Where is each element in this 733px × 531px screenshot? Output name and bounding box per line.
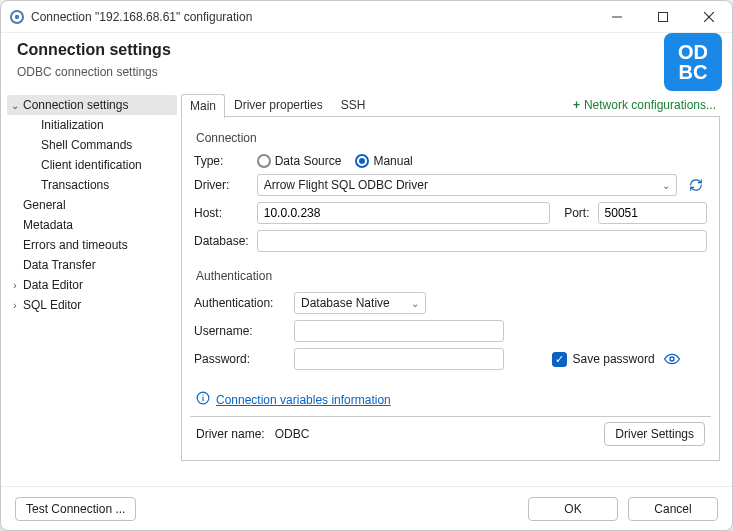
main-panel: Main Driver properties SSH + Network con… (177, 91, 728, 486)
driver-name-value: ODBC (275, 427, 310, 441)
dialog-body: ⌄ Connection settings Initialization She… (1, 91, 732, 486)
nav-item-label: Data Transfer (23, 258, 96, 272)
driver-name-row: Driver name: ODBC Driver Settings (190, 416, 711, 450)
radio-manual[interactable]: Manual (355, 154, 412, 168)
odbc-logo-top: OD (678, 42, 708, 62)
refresh-drivers-button[interactable] (685, 174, 707, 196)
port-input[interactable] (598, 202, 707, 224)
authentication-value: Database Native (301, 296, 390, 310)
nav-initialization[interactable]: Initialization (25, 115, 177, 135)
svg-point-6 (670, 357, 674, 361)
config-dialog: Connection "192.168.68.61" configuration… (0, 0, 733, 531)
driver-name-label: Driver name: (196, 427, 275, 441)
svg-point-1 (15, 14, 19, 18)
nav-transactions[interactable]: Transactions (25, 175, 177, 195)
save-password-checkbox[interactable]: ✓ (552, 352, 567, 367)
chevron-down-icon: ⌄ (662, 180, 670, 191)
tab-label: Driver properties (234, 98, 323, 112)
info-icon (196, 391, 210, 408)
form-inner: Connection Type: Data Source (181, 117, 720, 461)
save-password-label: Save password (573, 352, 655, 366)
dialog-footer: Test Connection ... OK Cancel (1, 486, 732, 530)
header-band: Connection settings ODBC connection sett… (1, 33, 732, 91)
nav-item-label: Initialization (41, 118, 104, 132)
form-area: Connection Type: Data Source (181, 117, 720, 486)
nav-item-label: Transactions (41, 178, 109, 192)
odbc-logo-bottom: BC (679, 62, 708, 82)
tab-main[interactable]: Main (181, 94, 225, 118)
password-label: Password: (190, 345, 290, 373)
nav-item-label: Connection settings (23, 98, 128, 112)
page-title: Connection settings (17, 41, 720, 59)
authentication-label: Authentication: (190, 289, 290, 317)
page-subtitle: ODBC connection settings (17, 65, 720, 79)
nav-metadata[interactable]: Metadata (7, 215, 177, 235)
chevron-down-icon: ⌄ (411, 298, 419, 309)
driver-settings-button[interactable]: Driver Settings (604, 422, 705, 446)
nav-sql-editor[interactable]: ›SQL Editor (7, 295, 177, 315)
section-authentication-title: Authentication (196, 269, 711, 283)
svg-rect-3 (659, 12, 668, 21)
window-controls (594, 1, 732, 33)
database-label: Database: (190, 227, 253, 255)
nav-item-label: Client identification (41, 158, 142, 172)
test-connection-button[interactable]: Test Connection ... (15, 497, 136, 521)
radio-icon (257, 154, 271, 168)
chevron-right-icon: › (9, 300, 21, 311)
nav-item-label: Data Editor (23, 278, 83, 292)
password-input[interactable] (294, 348, 504, 370)
nav-data-editor[interactable]: ›Data Editor (7, 275, 177, 295)
nav-shell-commands[interactable]: Shell Commands (25, 135, 177, 155)
username-input[interactable] (294, 320, 504, 342)
tab-ssh[interactable]: SSH (332, 93, 375, 117)
chevron-down-icon: ⌄ (9, 100, 21, 111)
type-radio-group: Data Source Manual (257, 154, 707, 168)
title-bar: Connection "192.168.68.61" configuration (1, 1, 732, 33)
chevron-right-icon: › (9, 280, 21, 291)
nav-tree: ⌄ Connection settings Initialization She… (1, 91, 177, 486)
nav-item-label: Errors and timeouts (23, 238, 128, 252)
radio-icon (355, 154, 369, 168)
nav-item-label: General (23, 198, 66, 212)
host-input[interactable] (257, 202, 550, 224)
nav-connection-settings[interactable]: ⌄ Connection settings (7, 95, 177, 115)
nav-errors-timeouts[interactable]: Errors and timeouts (7, 235, 177, 255)
tab-strip: Main Driver properties SSH + Network con… (181, 93, 720, 117)
nav-data-transfer[interactable]: Data Transfer (7, 255, 177, 275)
odbc-logo: OD BC (664, 33, 722, 91)
authentication-combobox[interactable]: Database Native ⌄ (294, 292, 426, 314)
driver-value: Arrow Flight SQL ODBC Driver (264, 178, 428, 192)
tab-label: SSH (341, 98, 366, 112)
host-label: Host: (190, 199, 253, 227)
connection-variables-link[interactable]: Connection variables information (216, 393, 391, 407)
nav-item-label: Shell Commands (41, 138, 132, 152)
network-configurations-label: Network configurations... (584, 98, 716, 112)
nav-item-label: Metadata (23, 218, 73, 232)
database-input[interactable] (257, 230, 707, 252)
radio-label: Data Source (275, 154, 342, 168)
connection-variables-row: Connection variables information (196, 391, 711, 408)
section-connection-title: Connection (196, 131, 711, 145)
close-button[interactable] (686, 1, 732, 33)
tab-label: Main (190, 99, 216, 113)
cancel-button[interactable]: Cancel (628, 497, 718, 521)
radio-label: Manual (373, 154, 412, 168)
driver-combobox[interactable]: Arrow Flight SQL ODBC Driver ⌄ (257, 174, 677, 196)
maximize-button[interactable] (640, 1, 686, 33)
ok-button[interactable]: OK (528, 497, 618, 521)
username-label: Username: (190, 317, 290, 345)
svg-point-9 (202, 395, 203, 396)
nav-item-label: SQL Editor (23, 298, 81, 312)
window-title: Connection "192.168.68.61" configuration (31, 10, 588, 24)
plus-icon: + (573, 98, 580, 112)
nav-general[interactable]: General (7, 195, 177, 215)
nav-client-identification[interactable]: Client identification (25, 155, 177, 175)
network-configurations-link[interactable]: + Network configurations... (569, 98, 720, 112)
type-label: Type: (190, 151, 253, 171)
driver-label: Driver: (190, 171, 253, 199)
minimize-button[interactable] (594, 1, 640, 33)
radio-data-source[interactable]: Data Source (257, 154, 342, 168)
port-label: Port: (554, 199, 594, 227)
tab-driver-properties[interactable]: Driver properties (225, 93, 332, 117)
reveal-password-button[interactable] (661, 348, 683, 370)
